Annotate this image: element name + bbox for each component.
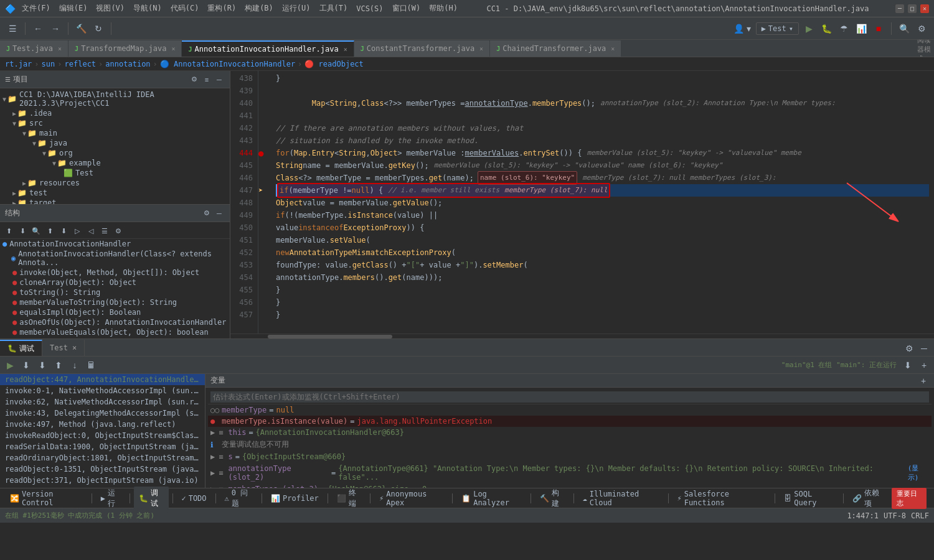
structure-hide[interactable]: ─ <box>214 208 225 219</box>
bt-todo[interactable]: ✓ TODO <box>176 493 211 504</box>
debug-hide[interactable]: ─ <box>917 341 932 356</box>
reader-mode-btn[interactable]: 阅读器模式 ✓ <box>917 42 932 57</box>
frame-invoke62[interactable]: invoke:62, NativeMethodAccessorImpl (sun… <box>0 396 205 408</box>
debug-add-var[interactable]: + <box>917 358 932 373</box>
bc-sun[interactable]: sun <box>42 60 55 68</box>
scroll-thumb[interactable] <box>268 335 392 338</box>
var-s[interactable]: ▶ ≡ s = {ObjectInputStream@660} <box>208 451 932 462</box>
bt-log-analyzer[interactable]: 📋 Log Analyzer <box>456 488 527 508</box>
minimize-button[interactable]: ─ <box>895 4 904 13</box>
tree-cc1-root[interactable]: ▼ 📁 CC1 D:\JAVA\IDEA\IntelliJ IDEA 2021.… <box>0 90 230 108</box>
app-menu-help[interactable]: 帮助(H) <box>427 3 460 14</box>
debug-step-into[interactable]: ⬇ <box>35 358 50 373</box>
frame-invoke0[interactable]: invoke:0-1, NativeMethodAccessorImpl (su… <box>0 385 205 396</box>
bt-illuminated-cloud[interactable]: ☁ Illuminated Cloud <box>577 488 664 508</box>
struct-tostring[interactable]: ● toString(): String <box>0 287 230 297</box>
debug-settings[interactable]: ⚙ <box>902 341 917 356</box>
frame-invoke43[interactable]: invoke:43, DelegatingMethodAccessorImpl … <box>0 408 205 419</box>
struct-tb5[interactable]: ⬇ <box>57 225 70 237</box>
struct-tb8[interactable]: ☰ <box>98 225 111 237</box>
tree-target[interactable]: ▶ 📁 target <box>0 198 230 204</box>
tab-transformed-close[interactable]: × <box>171 45 175 52</box>
var-membertypes[interactable]: ▶ ≡ memberTypes (slot_3) = {HashMap@662}… <box>208 483 932 488</box>
frame-readobj1351[interactable]: readObject:0-1351, ObjectInputStream (ja… <box>0 464 205 475</box>
struct-tb7[interactable]: ◁ <box>85 225 97 237</box>
var-this[interactable]: ▶ ≡ this = {AnnotationInvocationHandler@… <box>208 427 932 438</box>
app-menu-window[interactable]: 窗口(W) <box>390 3 423 14</box>
app-menu-edit[interactable]: 编辑(E) <box>57 3 90 14</box>
app-menu-vcs[interactable]: VCS(S) <box>354 4 385 13</box>
struct-tb1[interactable]: ⬆ <box>2 225 15 237</box>
debug-filter[interactable]: ⬇ <box>900 358 915 373</box>
toolbar-back[interactable]: ← <box>31 21 45 36</box>
bt-debug[interactable]: 🐛 调试 <box>134 487 168 510</box>
bt-profiler[interactable]: 📊 Profiler <box>266 493 324 504</box>
app-menu-code[interactable]: 代码(C) <box>168 3 202 14</box>
bt-run[interactable]: ▶ 运行 <box>96 487 126 510</box>
project-hide[interactable]: ─ <box>214 74 225 85</box>
expand-icon[interactable]: ▶ <box>210 485 215 488</box>
bt-soql[interactable]: 🗄 SOQL Query <box>779 488 839 508</box>
struct-tb6[interactable]: ▷ <box>71 225 83 237</box>
bc-annotation[interactable]: annotation <box>105 60 150 68</box>
tree-org[interactable]: ▼ 📁 org <box>0 148 230 158</box>
tab-annotation-close[interactable]: × <box>344 46 347 53</box>
frame-readserial[interactable]: readSerialData:1900, ObjectInputStream (… <box>0 441 205 452</box>
expand-icon[interactable]: ▶ <box>210 469 215 477</box>
project-collapse[interactable]: ≡ <box>201 74 212 85</box>
structure-settings[interactable]: ⚙ <box>201 208 212 219</box>
app-menu-refactor[interactable]: 重构(R) <box>205 3 238 14</box>
bt-version-control[interactable]: 🔀 Version Control <box>5 488 88 508</box>
var-annotationtype[interactable]: ▶ ≡ annotationType (slot_2) = {Annotatio… <box>208 462 932 483</box>
bt-dependencies[interactable]: 🔗 依赖项 <box>847 487 889 510</box>
app-menu-run[interactable]: 运行(U) <box>280 3 313 14</box>
csdn-btn[interactable]: 重要日志 <box>892 488 927 509</box>
tab-transformed-map[interactable]: J TransformedMap.java × <box>68 40 182 57</box>
bc-rt-jar[interactable]: rt.jar <box>5 60 32 68</box>
status-position[interactable]: 1:447:1 <box>847 511 879 520</box>
frame-readordinary[interactable]: readOrdinaryObject:1801, ObjectInputStre… <box>0 452 205 464</box>
tree-example[interactable]: ▼ 📁 example <box>0 158 230 168</box>
struct-class[interactable]: ● AnnotationInvocationHandler <box>0 239 230 249</box>
bt-terminal[interactable]: ⬛ 终端 <box>332 487 366 510</box>
struct-invoke[interactable]: ● invoke(Object, Method, Object[]): Obje… <box>0 268 230 278</box>
toolbar-sync[interactable]: ↻ <box>91 21 106 36</box>
tab-annotation-handler[interactable]: J AnnotationInvocationHandler.java × <box>182 40 354 57</box>
bt-anonymous-apex[interactable]: ⚡ Anonymous Apex <box>374 488 448 508</box>
tree-main[interactable]: ▼ 📁 main <box>0 128 230 138</box>
debug-step-out[interactable]: ⬆ <box>51 358 66 373</box>
code-lines[interactable]: } Map<String, Class<?>> memberTypes = an… <box>271 71 934 334</box>
tab-chained-close[interactable]: × <box>611 45 615 52</box>
tree-idea[interactable]: ▶ 📁 .idea <box>0 108 230 118</box>
status-encoding[interactable]: UTF-8 <box>884 511 906 520</box>
bt-salesforce-functions[interactable]: ⚡ Salesforce Functions <box>672 488 771 508</box>
status-line-ending[interactable]: CRLF <box>911 511 929 520</box>
debug-tab-test[interactable]: Test × <box>42 340 85 356</box>
tab-chained-transformer[interactable]: J ChainedTransformer.java × <box>490 40 621 57</box>
toolbar-build[interactable]: 🔨 <box>73 21 88 36</box>
app-menu-tools[interactable]: 工具(T) <box>317 3 351 14</box>
code-content[interactable]: 438 439 440 441 442 443 444 445 446 447 … <box>230 71 934 334</box>
debug-button[interactable]: 🐛 <box>819 21 834 36</box>
app-menu-view[interactable]: 视图(V) <box>93 3 127 14</box>
debug-step-over[interactable]: ⬇ <box>19 358 34 373</box>
coverage-button[interactable]: ☂ <box>836 21 851 36</box>
var-add[interactable]: + <box>918 375 929 386</box>
var-isinstance-error[interactable]: ● memberType.isInstance(value) = java.la… <box>208 416 932 427</box>
struct-constructor[interactable]: ◉ AnnotationInvocationHandler(Class<? ex… <box>0 249 230 268</box>
struct-clone[interactable]: ● cloneArray(Object): Object <box>0 278 230 287</box>
debug-resume[interactable]: ▶ <box>2 358 17 373</box>
maximize-button[interactable]: □ <box>908 4 917 13</box>
app-menu-file[interactable]: 文件(F) <box>19 3 53 14</box>
bc-handler[interactable]: 🔵 AnnotationInvocationHandler <box>160 60 295 68</box>
debug-tab-main[interactable]: 🐛 调试 <box>0 340 42 356</box>
search-button[interactable]: 🔍 <box>897 21 912 36</box>
frame-readobj371[interactable]: readObject:371, ObjectInputStream (java.… <box>0 475 205 486</box>
toolbar-forward[interactable]: → <box>48 21 63 36</box>
expression-input[interactable] <box>210 391 929 403</box>
bc-read-object[interactable]: 🔴 readObject <box>304 60 363 68</box>
frame-readobject[interactable]: readObject:447, AnnotationInvocationHand… <box>0 374 205 385</box>
struct-asone[interactable]: ● asOneOfUs(Object): AnnotationInvocatio… <box>0 317 230 327</box>
bt-build[interactable]: 🔨 构建 <box>535 487 569 510</box>
struct-mvts[interactable]: ● memberValueToString(Object): String <box>0 297 230 307</box>
